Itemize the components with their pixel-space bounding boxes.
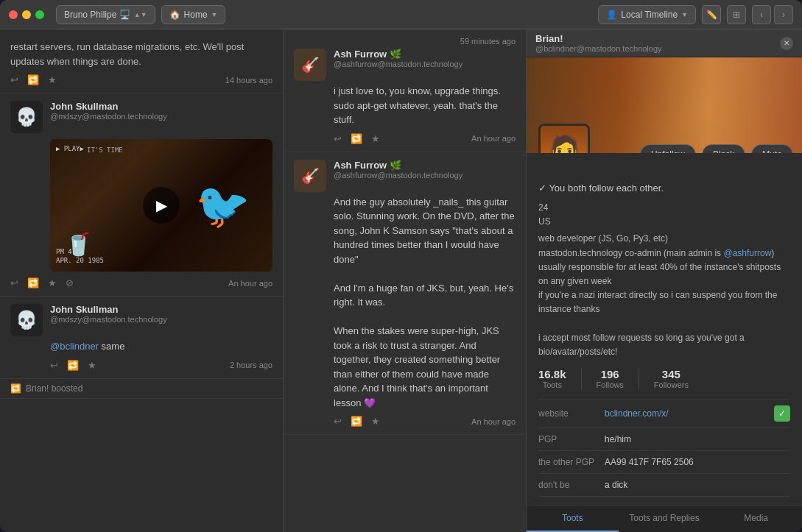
- home-label: Home: [184, 10, 208, 20]
- post-content-ash1: i just love to, you know, upgrade things…: [294, 84, 516, 127]
- post-header-ash1: 🎸 Ash Furrow 🌿 @ashfurrow@mastodon.techn…: [294, 49, 516, 81]
- profile-actions: Unfollow Block Mute: [640, 144, 793, 153]
- account-selector[interactable]: Bruno Philipe 🖥️ ▲▼: [56, 5, 155, 24]
- more-button[interactable]: ⊘: [66, 277, 74, 288]
- reply-button[interactable]: ↩: [10, 74, 18, 85]
- back-icon: ‹: [760, 10, 763, 20]
- follows-stat: 196 Follows: [597, 368, 624, 390]
- followers-stat: 345 Followers: [654, 368, 689, 390]
- boost-label: Brian! boosted: [26, 383, 82, 394]
- maximize-traffic-light[interactable]: [35, 10, 44, 19]
- field-value-pgp: he/him: [605, 434, 790, 444]
- reply-ash2[interactable]: ↩: [334, 416, 342, 427]
- post-author-2: John Skullman: [50, 304, 272, 315]
- ash-emoji-1: 🌿: [390, 49, 401, 60]
- profile-avatar: 🧔: [538, 124, 590, 153]
- tab-toots-replies[interactable]: Toots and Replies: [619, 506, 711, 532]
- close-button[interactable]: ✕: [780, 37, 793, 50]
- chevron-down-icon-3: ▼: [681, 11, 688, 18]
- ash-mention[interactable]: @ashfurrow: [723, 248, 771, 258]
- bio-text: web developer (JS, Go, Py3, etc) mastodo…: [538, 232, 790, 359]
- avatar: 💀: [10, 101, 43, 133]
- profile-stats: 16.8k Toots 196 Follows 345 Followers: [538, 368, 790, 390]
- fav-ash1[interactable]: ★: [371, 133, 380, 144]
- main-window: Bruno Philipe 🖥️ ▲▼ 🏠 Home ▼ 👤 Local Tim…: [0, 0, 802, 532]
- toots-stat: 16.8k Toots: [538, 368, 566, 390]
- favorite-button[interactable]: ★: [48, 74, 57, 85]
- local-timeline-label: Local Timeline: [621, 10, 678, 20]
- play-tag: ▶ PLAY▶: [56, 145, 84, 152]
- field-label-other-pgp: the other PGP: [538, 457, 605, 467]
- profile-window-title: Brian!: [535, 33, 662, 44]
- home-button[interactable]: 🏠 Home ▼: [161, 5, 226, 24]
- compose-button[interactable]: ✏️: [702, 5, 721, 24]
- time-ash2: An hour ago: [471, 417, 516, 426]
- chevron-down-icon-2: ▼: [211, 11, 218, 18]
- list-item: 💀 John Skullman @mdszy@mastodon.technolo…: [0, 93, 283, 297]
- post-handle-ash2: @ashfurrow@mastodon.technology: [334, 171, 516, 180]
- favorite-button-2[interactable]: ★: [48, 277, 57, 288]
- list-item: 59 minutes ago 🎸 Ash Furrow 🌿 @ashfurrow…: [284, 29, 526, 152]
- avatar-ash1: 🎸: [294, 49, 326, 81]
- traffic-lights: [9, 10, 44, 19]
- follows-label: Follows: [597, 380, 624, 389]
- post-content: restart servers, run database migrations…: [10, 40, 272, 68]
- field-label-website: website: [538, 408, 605, 419]
- field-value-website[interactable]: bclindner.com/x/: [605, 408, 774, 419]
- field-row-website: website bclindner.com/x/ ✓: [538, 400, 790, 428]
- favorite-button-3[interactable]: ★: [88, 360, 96, 371]
- boost-ash2[interactable]: 🔁: [351, 416, 362, 427]
- profile-bio: 24US web developer (JS, Go, Py3, etc) ma…: [538, 201, 790, 359]
- minimize-traffic-light[interactable]: [22, 10, 31, 19]
- profile-tabs: Toots Toots and Replies Media: [527, 505, 802, 532]
- post-meta-2: John Skullman @mdszy@mastodon.technology: [50, 304, 272, 324]
- left-panel: restart servers, run database migrations…: [0, 29, 284, 532]
- back-button[interactable]: ‹: [752, 5, 771, 24]
- post-meta-ash1: Ash Furrow 🌿 @ashfurrow@mastodon.technol…: [334, 49, 516, 68]
- field-value-other-pgp: AA99 417F 7F65 2506: [605, 457, 790, 467]
- video-time-info: PM 4:20 APR. 20 1985: [56, 247, 104, 266]
- play-button[interactable]: ▶: [143, 187, 180, 224]
- mutual-badge: ✓ You both follow each other.: [538, 182, 790, 194]
- tab-toots[interactable]: Toots: [527, 506, 619, 532]
- main-content: restart servers, run database migrations…: [0, 29, 802, 532]
- followers-count: 345: [662, 368, 680, 380]
- unfollow-button[interactable]: Unfollow: [640, 144, 696, 153]
- boost-row: 🔁 Brian! boosted: [0, 379, 283, 399]
- boost-button[interactable]: 🔁: [27, 74, 39, 85]
- boost-icon: 🔁: [10, 383, 21, 394]
- home-icon: 🏠: [169, 10, 180, 20]
- tab-media[interactable]: Media: [710, 506, 802, 532]
- toots-count: 16.8k: [538, 368, 566, 380]
- media-preview[interactable]: ▶ PLAY▶ 🐦 🥤 PM 4:20 APR. 20 1985 ▶ IT'S …: [50, 139, 272, 272]
- block-button[interactable]: Block: [702, 144, 745, 153]
- post-author: John Skullman: [50, 101, 167, 112]
- boost-button-2[interactable]: 🔁: [27, 277, 39, 288]
- account-name: Bruno Philipe 🖥️: [64, 10, 130, 20]
- center-panel: 59 minutes ago 🎸 Ash Furrow 🌿 @ashfurrow…: [284, 29, 527, 532]
- mute-button[interactable]: Mute: [751, 144, 793, 153]
- video-thumbnail: ▶ PLAY▶ 🐦 🥤 PM 4:20 APR. 20 1985 ▶ IT'S …: [50, 139, 272, 272]
- reply-button-2[interactable]: ↩: [10, 277, 18, 288]
- avatar-ash2: 🎸: [294, 160, 326, 192]
- reply-ash1[interactable]: ↩: [334, 133, 342, 144]
- list-item: restart servers, run database migrations…: [0, 29, 283, 93]
- boost-ash1[interactable]: 🔁: [351, 133, 362, 144]
- profile-fields: website bclindner.com/x/ ✓ PGP he/him th…: [538, 399, 790, 497]
- post-content-ash2: And the guy absolutely _nails_ this guit…: [294, 195, 516, 411]
- field-row-pgp: PGP he/him: [538, 428, 790, 451]
- close-traffic-light[interactable]: [9, 10, 18, 19]
- post-time: 14 hours ago: [225, 76, 272, 85]
- boost-button-3[interactable]: 🔁: [67, 360, 79, 371]
- field-value-dont-be: a dick: [605, 480, 790, 490]
- fav-ash2[interactable]: ★: [371, 416, 380, 427]
- time-ash1: An hour ago: [471, 134, 516, 143]
- post-author-ash2: Ash Furrow 🌿: [334, 160, 516, 171]
- local-timeline-button[interactable]: 👤 Local Timeline ▼: [598, 5, 696, 24]
- reply-button-3[interactable]: ↩: [50, 360, 58, 371]
- forward-button[interactable]: ›: [774, 5, 793, 24]
- right-panel: Brian! @bclindner@mastodon.technology ✕ …: [527, 29, 802, 532]
- mention[interactable]: @bclindner: [50, 341, 99, 352]
- timeline-icon: 👤: [606, 10, 617, 20]
- columns-button[interactable]: ⊞: [727, 5, 746, 24]
